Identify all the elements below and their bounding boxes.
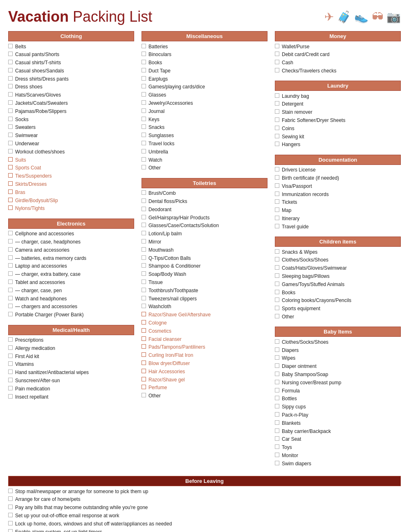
list-item[interactable]: Laptop and accessories	[8, 262, 134, 271]
list-item[interactable]: Other	[142, 392, 267, 400]
list-item[interactable]: Tickets	[275, 198, 401, 207]
list-item[interactable]: Other	[275, 313, 401, 321]
checkbox-icon[interactable]	[275, 428, 279, 433]
list-item[interactable]: Batteries	[142, 43, 267, 51]
checkbox-icon[interactable]	[142, 369, 146, 373]
list-item[interactable]: Swimwear	[8, 132, 134, 140]
checkbox-icon[interactable]	[142, 271, 146, 276]
list-item[interactable]: Curling Iron/Flat Iron	[142, 352, 267, 360]
list-item[interactable]: Facial cleanser	[142, 335, 267, 343]
checkbox-icon[interactable]	[275, 117, 279, 122]
list-item[interactable]: Fabric Softener/Dryer Sheets	[275, 117, 401, 125]
list-item[interactable]: Allergy medication	[8, 344, 134, 352]
checkbox-icon[interactable]	[8, 529, 13, 532]
checkbox-icon[interactable]	[8, 141, 13, 145]
checkbox-icon[interactable]	[8, 92, 13, 97]
list-item[interactable]: Mouthwash	[142, 246, 267, 254]
list-item[interactable]: Coins	[275, 124, 401, 133]
list-item[interactable]: Skirts/Dresses	[8, 180, 134, 189]
checkbox-icon[interactable]	[275, 290, 279, 294]
checkbox-icon[interactable]	[142, 263, 146, 268]
list-item[interactable]: Tweezers/nail clippers	[142, 295, 267, 303]
checkbox-icon[interactable]	[142, 361, 146, 365]
checkbox-icon[interactable]	[275, 192, 279, 196]
checkbox-icon[interactable]	[142, 280, 146, 284]
list-item[interactable]: Insect repellant	[8, 393, 134, 401]
list-item[interactable]: Nylons/Tights	[8, 205, 134, 213]
checkbox-icon[interactable]	[8, 68, 13, 72]
checkbox-icon[interactable]	[142, 190, 146, 195]
list-item[interactable]: Watch and headphones	[8, 295, 134, 303]
checkbox-icon[interactable]	[8, 189, 13, 194]
checkbox-icon[interactable]	[142, 52, 146, 56]
list-item[interactable]: Gel/Hairspray/Hair Products	[142, 214, 267, 222]
checkbox-icon[interactable]	[142, 385, 146, 389]
checkbox-icon[interactable]	[275, 109, 279, 114]
checkbox-icon[interactable]	[8, 60, 13, 64]
checkbox-icon[interactable]	[275, 134, 279, 138]
list-item[interactable]: Sewing kit	[275, 133, 401, 141]
list-item[interactable]: Belts	[8, 43, 134, 51]
checkbox-icon[interactable]	[8, 255, 13, 260]
checkbox-icon[interactable]	[8, 370, 13, 374]
list-item[interactable]: Hats/Scarves/Gloves	[8, 91, 134, 99]
checkbox-icon[interactable]	[275, 249, 279, 254]
list-item[interactable]: Drivers License	[275, 166, 401, 174]
checkbox-icon[interactable]	[275, 355, 279, 360]
list-item[interactable]: Car Seat	[275, 435, 401, 444]
checkbox-icon[interactable]	[142, 165, 146, 169]
list-item[interactable]: Glasses	[142, 91, 267, 99]
checkbox-icon[interactable]	[275, 282, 279, 286]
checkbox-icon[interactable]	[275, 436, 279, 441]
list-item[interactable]: — charger, case, pen	[8, 286, 134, 295]
checkbox-icon[interactable]	[8, 496, 13, 501]
checkbox-icon[interactable]	[142, 247, 146, 252]
checkbox-icon[interactable]	[142, 198, 146, 203]
checkbox-icon[interactable]	[8, 84, 13, 88]
list-item[interactable]: Prescriptions	[8, 336, 134, 345]
checkbox-icon[interactable]	[8, 263, 13, 268]
checkbox-icon[interactable]	[8, 108, 13, 113]
checkbox-icon[interactable]	[275, 265, 279, 270]
list-item[interactable]: Games/playing cards/dice	[142, 83, 267, 91]
list-item[interactable]: Games/Toys/Stuffed Animals	[275, 280, 401, 289]
checkbox-icon[interactable]	[142, 84, 146, 88]
checkbox-icon[interactable]	[8, 165, 13, 169]
checkbox-icon[interactable]	[275, 363, 279, 368]
checkbox-icon[interactable]	[8, 181, 13, 186]
checkbox-icon[interactable]	[275, 167, 279, 171]
list-item[interactable]: Baby carrier/Backpack	[275, 427, 401, 435]
checkbox-icon[interactable]	[142, 68, 146, 72]
checkbox-icon[interactable]	[275, 257, 279, 261]
checkbox-icon[interactable]	[142, 223, 146, 227]
checkbox-icon[interactable]	[275, 453, 279, 457]
checkbox-icon[interactable]	[275, 404, 279, 408]
checkbox-icon[interactable]	[8, 76, 13, 81]
list-item[interactable]: Bras	[8, 188, 134, 196]
list-item[interactable]: Q-Tips/Cotton Balls	[142, 254, 267, 262]
list-item[interactable]: Pads/Tampons/Pantiliners	[142, 343, 267, 352]
list-item[interactable]: Earplugs	[142, 75, 267, 83]
checkbox-icon[interactable]	[275, 126, 279, 130]
list-item[interactable]: Washcloth	[142, 303, 267, 311]
checkbox-icon[interactable]	[275, 60, 279, 64]
checkbox-icon[interactable]	[275, 175, 279, 180]
checkbox-icon[interactable]	[275, 314, 279, 318]
list-item[interactable]: Blankets	[275, 419, 401, 427]
checkbox-icon[interactable]	[275, 68, 279, 72]
list-item[interactable]: Snacks	[142, 124, 267, 132]
list-item[interactable]: Mirror	[142, 238, 267, 246]
list-item[interactable]: Snacks & Wipes	[275, 248, 401, 256]
list-item[interactable]: Portable Charger (Power Bank)	[8, 311, 134, 319]
checkbox-icon[interactable]	[8, 205, 13, 210]
checkbox-icon[interactable]	[142, 44, 146, 48]
list-item[interactable]: Birth certificate (if needed)	[275, 174, 401, 183]
checkbox-icon[interactable]	[8, 361, 13, 366]
list-item[interactable]: Suits	[8, 156, 134, 164]
checkbox-icon[interactable]	[275, 461, 279, 465]
list-item[interactable]: Pay any bills that may become outstandin…	[8, 504, 401, 512]
checkbox-icon[interactable]	[142, 255, 146, 260]
checkbox-icon[interactable]	[8, 386, 13, 390]
list-item[interactable]: Girdle/Bodysuit/Slip	[8, 196, 134, 205]
list-item[interactable]: Wipes	[275, 354, 401, 363]
